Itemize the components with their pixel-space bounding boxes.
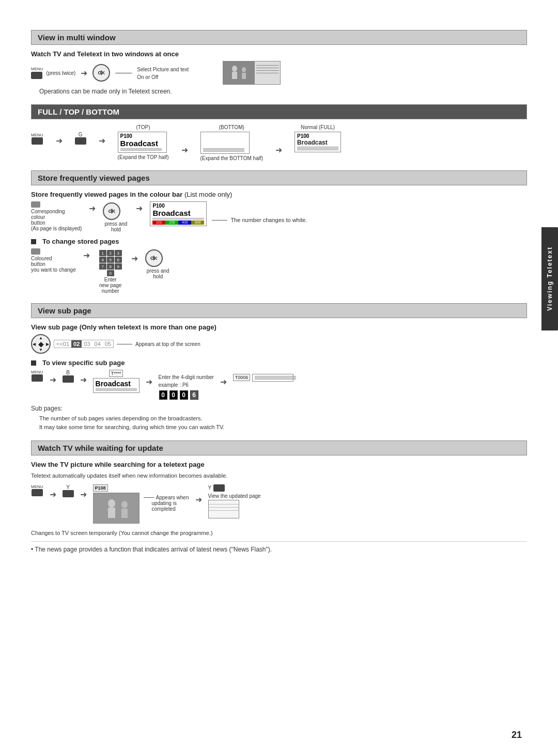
colour-btn-group: Corresponding colour button (As page is … [31, 201, 82, 231]
t0006-label: T0006 [233, 374, 251, 381]
top-teletext-screen: P100 Broadcast [118, 132, 167, 153]
svg-rect-7 [108, 508, 115, 518]
svg-rect-2 [232, 72, 237, 79]
section-header-store-pages: Store frequently viewed pages [31, 170, 527, 185]
ok-button-2: OK [103, 202, 120, 220]
menu-label-3: MENU [31, 370, 43, 374]
sub-pages-notes: Sub pages: The number of sub pages varie… [31, 405, 527, 431]
nav-right: ▶ [46, 342, 49, 346]
ok-button: OK [92, 64, 110, 82]
menu-btn-col: MENU [31, 133, 43, 145]
subpage-04: 04 [92, 340, 103, 348]
watch-tv-desc: Teletext automatically updates itself wh… [31, 471, 527, 480]
ok-btn-3-group: OK press and hold [145, 249, 171, 279]
as-page-label: (As page is displayed) [31, 226, 82, 231]
section-view-multi-window: View in multi window Watch TV and Telete… [31, 30, 527, 95]
press-hold-label-2: press and hold [145, 268, 171, 279]
y-label: Y [66, 484, 70, 490]
button-label: button [31, 220, 82, 226]
change-stored-row: Coloured button you want to change ➜ 123… [31, 248, 527, 294]
g-label: G [79, 132, 83, 137]
multi-window-row: MENU (press twice) ➜ OK —— Select Pictur… [31, 61, 527, 85]
menu-button-2 [32, 137, 43, 145]
section-store-pages: Store frequently viewed pages Store freq… [31, 170, 527, 294]
t0006-line-2 [255, 377, 296, 377]
changes-note: Changes to TV screen temporarily (You ca… [31, 529, 527, 538]
g-button [75, 137, 86, 145]
arrow-right-3: ➜ [56, 136, 63, 146]
you-want-label: you want to change [31, 267, 76, 273]
subpage-05: 05 [103, 340, 113, 348]
y-btn-col: Y [63, 484, 74, 497]
sub-page-screen: Broadcast [93, 378, 140, 393]
specific-sub-page-title: To view specific sub page [42, 359, 125, 367]
subpage-active: 02 [71, 340, 82, 348]
y-button [63, 490, 74, 497]
completed-label: completed [152, 506, 189, 512]
b-button [63, 375, 74, 383]
bullet-change-stored: To change stored pages [31, 238, 527, 245]
t0006-line-3 [255, 378, 296, 379]
t0006-line-4 [255, 379, 296, 380]
svg-rect-0 [223, 61, 254, 84]
tv-thumb-svg [94, 493, 140, 524]
g-btn-col: G [75, 132, 86, 145]
bottom-teletext-screen [200, 132, 250, 154]
numpad: 123 456 789 0 [99, 249, 122, 277]
bottom-tele-line-1 [203, 148, 244, 149]
y-button-2 [213, 484, 225, 492]
full-tele-line-2 [297, 148, 338, 148]
store-pages-subsection1-title: Store frequently viewed pages in the col… [31, 191, 527, 198]
appears-when-group: Appears when updating is completed [144, 495, 189, 512]
full-broadcast: Broadcast [297, 139, 338, 146]
arrow-right-1: ➜ [81, 68, 87, 78]
corresponding-label: Corresponding colour [31, 209, 67, 220]
subpage-bar: <<01 02 03 04 05 [54, 340, 114, 348]
expand-bottom-label: (Expand the BOTTOM half) [200, 155, 264, 161]
section-view-sub-page: View sub page View sub page (Only when t… [31, 303, 527, 431]
arrow-right-5: ➜ [181, 145, 188, 155]
menu-label-2: MENU [31, 133, 43, 137]
store-tele-line-1 [152, 218, 204, 218]
section-full-top-bottom: FULL / TOP / BOTTOM MENU ➜ G ➜ (TOP) P10… [31, 104, 527, 161]
bottom-label: (BOTTOM) [200, 124, 264, 130]
changes-note-text: Changes to TV screen temporarily (You ca… [31, 530, 213, 536]
sub-page-row: ◆ ▲ ▼ ◀ ▶ <<01 02 03 04 05 Appears at to… [31, 334, 527, 354]
viewing-teletext-tab: Viewing Teletext [541, 227, 558, 330]
colour-button [31, 201, 40, 208]
top-p100: P100 [120, 133, 164, 139]
menu-label: MENU [31, 67, 43, 71]
nav-down: ▼ [39, 348, 43, 352]
full-top-bottom-row: MENU ➜ G ➜ (TOP) P100 Broadcast (Expand … [31, 124, 527, 161]
enter-label: Enter [104, 277, 117, 282]
watch-tv-row: MENU ➜ Y ➜ P108 [31, 484, 527, 524]
bottom-tele-line-4 [203, 151, 244, 152]
subpage-prev: <<01 [54, 340, 71, 348]
top-label: (TOP) [118, 124, 169, 130]
full-teletext-screen: P100 Broadcast [295, 132, 341, 152]
svg-point-8 [121, 501, 128, 508]
top-screen-col: (TOP) P100 Broadcast (Expand the TOP hal… [118, 124, 169, 160]
page-number: 21 [512, 730, 522, 741]
expand-top-label: (Expand the TOP half) [118, 154, 169, 160]
full-p100: P100 [297, 133, 338, 139]
b-label: B [66, 370, 70, 375]
arrow-right-17: ➜ [195, 495, 202, 505]
sub-pages-note3: It may take some time for searching, dur… [39, 423, 527, 432]
appears-top-label: Appears at top of the screen [135, 341, 200, 347]
top-broadcast: Broadcast [120, 139, 164, 148]
full-screen-col: Normal (FULL) P100 Broadcast [295, 124, 341, 152]
arrow-right-14: ➜ [220, 377, 227, 387]
t0006-screen: T0006 [233, 373, 293, 382]
store-tele-line-2 [152, 219, 204, 219]
menu-btn-col-3: MENU [31, 370, 43, 382]
numpad-group: 123 456 789 0 Enter new page number [97, 249, 124, 294]
store-p100: P100 [152, 203, 204, 209]
nav-arrows: ◆ [38, 340, 44, 348]
b-btn-col: B [63, 370, 74, 383]
digit-0-1: 0 [159, 390, 167, 400]
arrow-right-7: ➜ [89, 203, 96, 213]
tv-thumbnail [93, 493, 140, 524]
view-sub-page-subsection1-title: View sub page (Only when teletext is mor… [31, 323, 527, 331]
coloured-label: Coloured button [31, 256, 67, 267]
